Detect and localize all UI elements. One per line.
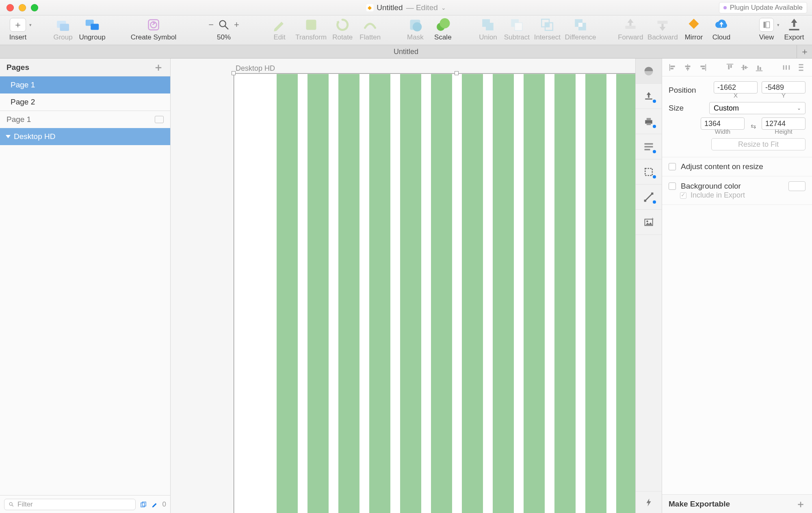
window-title[interactable]: ◆ Untitled — Edited ⌄ bbox=[366, 3, 446, 12]
export-icon bbox=[786, 18, 802, 32]
export-button[interactable]: Export bbox=[780, 18, 808, 42]
inspector-tab-crop[interactable] bbox=[636, 159, 662, 185]
align-right-icon[interactable] bbox=[698, 63, 707, 72]
insert-button[interactable]: ＋▾ Insert bbox=[4, 18, 32, 42]
pages-overlay-icon bbox=[140, 501, 147, 508]
svg-point-9 bbox=[413, 22, 422, 32]
lock-aspect-button[interactable]: ⇆ bbox=[749, 122, 758, 130]
backward-button[interactable]: Backward bbox=[645, 18, 680, 42]
minimize-window-button[interactable] bbox=[19, 4, 26, 11]
intersect-button[interactable]: Intersect bbox=[532, 18, 563, 42]
svg-rect-35 bbox=[645, 143, 653, 145]
distribute-h-icon[interactable] bbox=[782, 63, 791, 72]
inspector-tab-text[interactable] bbox=[636, 134, 662, 159]
group-icon bbox=[55, 18, 71, 32]
checkbox-icon[interactable] bbox=[669, 163, 676, 170]
mask-button[interactable]: Mask bbox=[401, 18, 429, 42]
svg-rect-1 bbox=[60, 24, 69, 31]
layer-group-header[interactable]: Page 1 bbox=[0, 111, 170, 128]
background-color-swatch[interactable] bbox=[788, 181, 806, 191]
scale-button[interactable]: Scale bbox=[429, 18, 457, 42]
mirror-button[interactable]: Mirror bbox=[680, 18, 708, 42]
disclosure-triangle-icon[interactable] bbox=[6, 135, 11, 138]
edit-mini-icon bbox=[151, 501, 158, 508]
pages-title: Pages bbox=[6, 63, 29, 72]
adjust-content-row[interactable]: Adjust content on resize bbox=[662, 157, 812, 176]
page-item-label: Page 1 bbox=[11, 80, 35, 89]
include-in-export-label: Include in Export bbox=[691, 191, 745, 200]
close-window-button[interactable] bbox=[6, 4, 14, 11]
svg-rect-60 bbox=[757, 65, 759, 70]
canvas-tabbar: Untitled ＋ bbox=[0, 45, 812, 59]
zoom-out-button[interactable]: − bbox=[208, 20, 214, 30]
svg-rect-7 bbox=[306, 20, 316, 30]
align-hcenter-icon[interactable] bbox=[683, 63, 692, 72]
page-item[interactable]: Page 1 bbox=[0, 76, 170, 93]
flatten-button[interactable]: Flatten bbox=[356, 18, 384, 42]
align-vcenter-icon[interactable] bbox=[740, 63, 749, 72]
union-button[interactable]: Union bbox=[474, 18, 502, 42]
resize-handle-nw[interactable] bbox=[232, 71, 236, 75]
align-bottom-icon[interactable] bbox=[755, 63, 764, 72]
edit-button[interactable]: Edit bbox=[266, 18, 293, 42]
resize-handle-n[interactable] bbox=[455, 71, 459, 75]
inspector-tab-image[interactable]: + bbox=[636, 210, 662, 235]
difference-label: Difference bbox=[565, 33, 596, 41]
artboard[interactable] bbox=[234, 74, 662, 513]
canvas-tab-title[interactable]: Untitled bbox=[394, 48, 418, 56]
distribute-v-icon[interactable] bbox=[797, 63, 806, 72]
rotate-button[interactable]: Rotate bbox=[329, 18, 356, 42]
transform-button[interactable]: Transform bbox=[293, 18, 329, 42]
size-preset-select[interactable]: Custom ⌄ bbox=[709, 102, 806, 114]
cloud-button[interactable]: Cloud bbox=[708, 18, 735, 42]
collapse-icon[interactable] bbox=[155, 116, 164, 123]
inspector-tab-print[interactable] bbox=[636, 109, 662, 134]
canvas-area[interactable]: Desktop HD bbox=[171, 59, 662, 513]
resize-to-fit-button[interactable]: Resize to Fit bbox=[711, 138, 806, 150]
checkbox-icon[interactable] bbox=[669, 183, 676, 190]
plugin-update-label: Plugin Update Available bbox=[730, 4, 803, 12]
svg-rect-24 bbox=[763, 22, 765, 28]
zoom-control[interactable]: − + 50% bbox=[199, 18, 248, 42]
subtract-button[interactable]: Subtract bbox=[502, 18, 532, 42]
svg-rect-29 bbox=[141, 503, 144, 507]
add-tab-button[interactable]: ＋ bbox=[797, 45, 812, 58]
create-symbol-icon bbox=[145, 18, 162, 32]
artboard-title[interactable]: Desktop HD bbox=[236, 64, 275, 73]
intersect-icon bbox=[539, 18, 555, 32]
create-symbol-button[interactable]: Create Symbol bbox=[125, 18, 182, 42]
layer-row-artboard[interactable]: Desktop HD bbox=[0, 128, 170, 145]
group-button[interactable]: Group bbox=[49, 18, 77, 42]
page-item-label: Page 2 bbox=[11, 98, 35, 107]
zoom-in-button[interactable]: + bbox=[234, 20, 239, 30]
add-export-button[interactable]: ＋ bbox=[796, 498, 806, 511]
svg-rect-25 bbox=[766, 22, 770, 28]
align-top-icon[interactable] bbox=[725, 63, 734, 72]
svg-rect-3 bbox=[91, 24, 99, 30]
zoom-window-button[interactable] bbox=[31, 4, 38, 11]
footer-mini-controls[interactable]: 0 bbox=[140, 500, 166, 509]
inspector-tab-vector[interactable] bbox=[636, 185, 662, 210]
cloud-icon bbox=[713, 18, 730, 32]
page-item[interactable]: Page 2 bbox=[0, 93, 170, 111]
plugin-update-notice[interactable]: Plugin Update Available bbox=[719, 2, 807, 13]
svg-rect-62 bbox=[783, 65, 784, 70]
ungroup-button[interactable]: Ungroup bbox=[77, 18, 108, 42]
zoom-label: 50% bbox=[217, 33, 231, 41]
svg-rect-34 bbox=[647, 123, 651, 125]
align-left-icon[interactable] bbox=[669, 63, 678, 72]
make-exportable-header[interactable]: Make Exportable ＋ bbox=[662, 494, 812, 513]
window-titlebar: ◆ Untitled — Edited ⌄ Plugin Update Avai… bbox=[0, 0, 812, 15]
view-button[interactable]: ▾ View bbox=[753, 18, 780, 42]
add-page-button[interactable]: ＋ bbox=[153, 60, 164, 74]
svg-rect-13 bbox=[486, 23, 494, 30]
inspector-tab-align[interactable] bbox=[636, 59, 662, 84]
backward-label: Backward bbox=[647, 33, 678, 41]
forward-button[interactable]: Forward bbox=[616, 18, 645, 42]
layer-filter-input[interactable]: Filter bbox=[4, 499, 136, 510]
svg-rect-46 bbox=[671, 67, 673, 69]
inspector-tab-plugins[interactable] bbox=[636, 491, 662, 513]
difference-button[interactable]: Difference bbox=[563, 18, 598, 42]
svg-rect-51 bbox=[700, 65, 705, 67]
inspector-tab-export[interactable] bbox=[636, 84, 662, 109]
